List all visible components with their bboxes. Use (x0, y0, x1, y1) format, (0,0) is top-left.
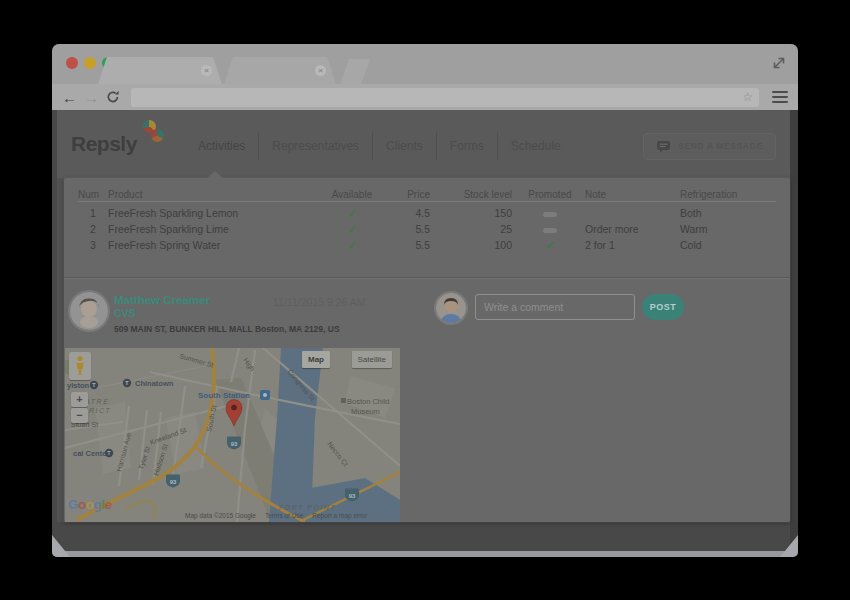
column-header-product: Product (108, 189, 330, 200)
visit-timestamp: 11/11/2015 9:26 AM (273, 296, 365, 308)
promoted-off-pill (543, 228, 557, 233)
column-header-note: Note (580, 189, 680, 200)
back-button[interactable]: ← (62, 90, 77, 105)
svg-text:93: 93 (349, 493, 356, 499)
close-tab-icon[interactable]: × (201, 65, 212, 76)
new-tab-button[interactable] (340, 59, 370, 84)
column-header-price: Price (374, 189, 430, 200)
column-header-refrigeration: Refrigeration (680, 189, 776, 200)
svg-text:93: 93 (231, 441, 238, 447)
client-name-link[interactable]: CVS (114, 307, 340, 320)
close-window-button[interactable] (66, 57, 78, 69)
window-bottom-frame (62, 551, 788, 557)
client-address: 509 MAIN ST, BUNKER HILL MALL Boston, MA… (114, 324, 340, 334)
bookmark-star-icon[interactable]: ☆ (742, 90, 753, 104)
table-row[interactable]: 3FreeFresh Spring Water✓5.5100✓2 for 1Co… (78, 237, 776, 253)
map-attribution: Map data ©2015 Google Terms of Use Repor… (185, 512, 367, 519)
terms-of-use-link[interactable]: Terms of Use (265, 512, 303, 519)
table-row[interactable]: 2FreeFresh Sparkling Lime✓5.525Order mor… (78, 221, 776, 237)
nav-item-clients[interactable]: Clients (372, 132, 436, 160)
browser-tab-1[interactable]: × (98, 57, 222, 84)
transit-icon: T (90, 381, 98, 389)
repsly-page: Repsly Activities Representatives Client… (57, 110, 790, 522)
transit-icon: T (123, 379, 131, 387)
map-label: South Station (198, 391, 250, 400)
nav-item-activities[interactable]: Activities (185, 132, 258, 160)
map-zoom-out-button[interactable]: − (71, 408, 88, 423)
close-tab-icon[interactable]: × (315, 65, 326, 76)
reload-button[interactable] (106, 90, 120, 104)
available-check-icon: ✓ (347, 207, 356, 219)
browser-window: × × ← → ☆ Repsly (52, 44, 798, 557)
browser-tab-2[interactable]: × (224, 57, 336, 84)
map-label: ylston (67, 381, 90, 390)
promoted-check-icon: ✓ (545, 239, 554, 251)
map-data-credit: Map data ©2015 Google (185, 512, 256, 519)
available-check-icon: ✓ (347, 223, 356, 235)
commenter-avatar (436, 293, 466, 323)
activity-card: Num Product Available Price Stock level … (64, 178, 790, 522)
address-bar[interactable]: ☆ (131, 88, 759, 107)
svg-text:93: 93 (170, 479, 177, 485)
post-comment-button[interactable]: POST (642, 294, 684, 320)
column-header-stock: Stock level (430, 189, 520, 200)
repsly-logo[interactable]: Repsly (71, 132, 171, 156)
page-viewport: Repsly Activities Representatives Client… (52, 110, 798, 551)
product-table: Num Product Available Price Stock level … (64, 178, 790, 253)
send-message-label: SEND A MESSAGE (678, 141, 763, 151)
map-label: cal Center (73, 449, 109, 458)
forward-button[interactable]: → (84, 90, 99, 105)
table-header-row: Num Product Available Price Stock level … (78, 187, 776, 202)
location-map[interactable]: TTT 939393 ylstonChinatownSouth StationE… (65, 348, 400, 522)
available-check-icon: ✓ (347, 239, 356, 251)
column-header-promoted: Promoted (520, 189, 580, 200)
report-map-error-link[interactable]: Report a map error (312, 512, 367, 519)
pegman-icon (74, 355, 86, 377)
map-label: FORT POINT (279, 504, 336, 511)
comment-input[interactable] (475, 294, 635, 320)
active-tab-caret (207, 171, 223, 178)
rep-avatar (70, 292, 108, 330)
repsly-logo-text: Repsly (71, 132, 137, 155)
send-message-button[interactable]: SEND A MESSAGE (643, 133, 776, 160)
map-zoom-in-button[interactable]: + (71, 392, 88, 407)
museum-icon (341, 398, 346, 403)
column-header-num: Num (78, 189, 108, 200)
map-label: Boston Child (347, 397, 390, 406)
repsly-pinwheel-icon (139, 120, 165, 144)
map-label: Museum (351, 407, 380, 416)
browser-tab-bar: × × (52, 44, 798, 84)
url-input[interactable] (137, 91, 742, 103)
nav-item-representatives[interactable]: Representatives (258, 132, 372, 160)
satellite-mode-button[interactable]: Satellite (352, 351, 392, 368)
app-header: Repsly Activities Representatives Client… (57, 110, 790, 178)
map-mode-button[interactable]: Map (302, 351, 330, 368)
table-row[interactable]: 1FreeFresh Sparkling Lemon✓4.5150Both (78, 205, 776, 221)
fullscreen-expand-icon[interactable] (770, 54, 788, 72)
promoted-off-pill (543, 212, 557, 217)
browser-toolbar: ← → ☆ (52, 84, 798, 110)
minimize-window-button[interactable] (84, 57, 96, 69)
google-logo: Google (68, 497, 112, 512)
pegman-control[interactable] (69, 352, 91, 380)
main-nav: Activities Representatives Clients Forms… (185, 132, 574, 160)
nav-item-forms[interactable]: Forms (436, 132, 497, 160)
table-body: 1FreeFresh Sparkling Lemon✓4.5150Both2Fr… (78, 205, 776, 253)
card-divider (64, 277, 790, 278)
vertical-scrollbar[interactable] (790, 110, 798, 551)
map-canvas: TTT 939393 ylstonChinatownSouth StationE… (65, 348, 400, 522)
chat-bubble-icon (656, 140, 671, 153)
column-header-available: Available (330, 189, 374, 200)
visit-comment-section: Matthew Creamer CVS 509 MAIN ST, BUNKER … (70, 290, 776, 348)
browser-menu-icon[interactable] (772, 91, 788, 104)
nav-item-schedule[interactable]: Schedule (497, 132, 574, 160)
map-label: Chinatown (135, 379, 174, 388)
